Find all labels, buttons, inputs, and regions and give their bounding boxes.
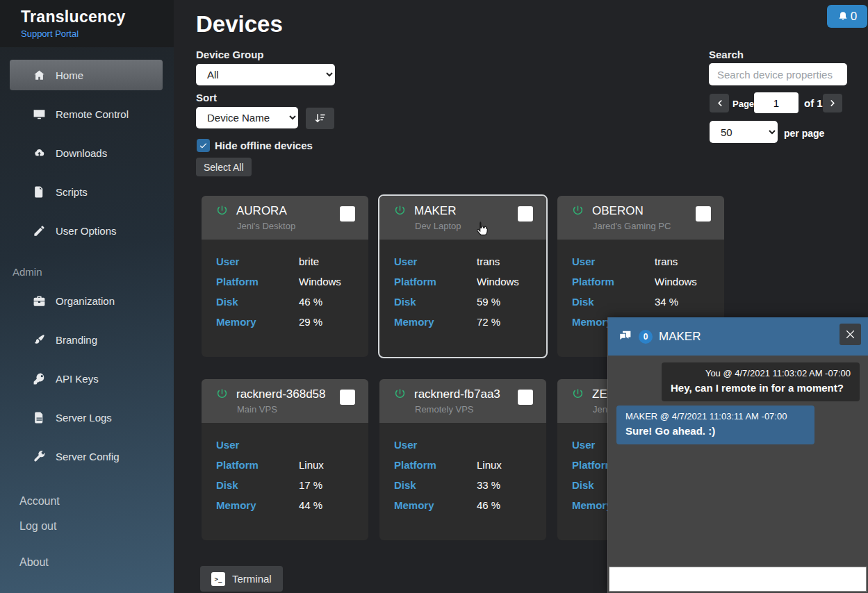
chat-close-button[interactable] — [840, 324, 861, 345]
support-portal-link[interactable]: Support Portal — [21, 28, 79, 39]
field-value: 33 % — [477, 479, 500, 499]
nav-item-label: API Keys — [56, 373, 99, 385]
admin-section-label: Admin — [13, 266, 42, 278]
field-label: Memory — [394, 316, 477, 336]
nav-item-label: Organization — [56, 295, 115, 307]
chevron-left-icon — [714, 98, 725, 108]
terminal-button[interactable]: >_ Terminal — [200, 566, 283, 592]
device-select-checkbox[interactable] — [518, 390, 533, 405]
terminal-button-label: Terminal — [232, 573, 272, 585]
notifications-button[interactable]: 0 — [827, 5, 867, 28]
sidebar-link-log-out[interactable]: Log out — [19, 519, 60, 533]
field-label: User — [572, 256, 655, 276]
chat-message-text: Hey, can I remote in for a moment? — [671, 381, 851, 395]
search-label: Search — [709, 49, 744, 60]
next-page-button[interactable] — [823, 94, 842, 112]
device-select-checkbox[interactable] — [340, 390, 355, 405]
sidebar-item-server-logs[interactable]: Server Logs — [10, 402, 163, 433]
device-name: AURORA — [236, 204, 287, 218]
field-label: Platform — [216, 276, 299, 296]
field-label: Disk — [394, 296, 477, 316]
device-card-body: Userbrite PlatformWindows Disk46 % Memor… — [202, 240, 368, 336]
download-icon — [31, 147, 47, 160]
sidebar-link-account[interactable]: Account — [19, 494, 60, 508]
nav-item-label: Home — [56, 69, 83, 81]
select-all-button[interactable]: Select All — [196, 158, 252, 176]
device-name: MAKER — [414, 204, 456, 218]
device-group-select[interactable]: All — [196, 64, 335, 85]
sort-amount-icon — [314, 112, 326, 124]
sidebar-item-api-keys[interactable]: API Keys — [10, 363, 163, 394]
device-name: OBERON — [592, 204, 644, 218]
page-number-input[interactable] — [754, 92, 799, 113]
nav-item-label: Scripts — [56, 186, 88, 198]
brush-icon — [31, 333, 47, 346]
field-label: User — [394, 256, 477, 276]
sidebar-item-home[interactable]: Home — [10, 60, 163, 90]
field-value: 46 % — [477, 499, 500, 519]
prev-page-button[interactable] — [710, 94, 729, 112]
sort-select[interactable]: Device Name — [196, 107, 298, 128]
device-select-checkbox[interactable] — [340, 206, 355, 222]
field-value: Windows — [477, 276, 519, 296]
field-label: Disk — [572, 296, 655, 316]
briefcase-icon — [31, 294, 47, 308]
key-icon — [31, 372, 47, 385]
device-card-header: racknerd-fb7aa3 Remotely VPS — [379, 379, 546, 423]
nav-item-label: Server Logs — [56, 412, 112, 424]
field-label: Platform — [216, 459, 299, 479]
pencil-icon — [31, 224, 47, 237]
sidebar-link-about[interactable]: About — [19, 556, 60, 569]
device-card-body: User PlatformLinux Disk17 % Memory44 % — [202, 423, 368, 519]
sidebar-item-server-config[interactable]: Server Config — [10, 441, 163, 471]
sidebar-item-scripts[interactable]: Scripts — [10, 176, 163, 207]
device-card-racknerd-fb7aa3[interactable]: racknerd-fb7aa3 Remotely VPS User Platfo… — [379, 379, 546, 540]
device-card-header: OBERON Jared's Gaming PC — [557, 196, 724, 240]
page-total-label: of 1 — [804, 97, 823, 109]
sidebar-item-organization[interactable]: Organization — [10, 285, 163, 316]
device-select-checkbox[interactable] — [518, 206, 533, 222]
hide-offline-label: Hide offline devices — [215, 140, 313, 151]
field-value: brite — [299, 256, 319, 276]
home-icon — [31, 69, 47, 82]
sidebar-item-downloads[interactable]: Downloads — [10, 137, 163, 168]
device-card-aurora[interactable]: AURORA Jeni's Desktop Userbrite Platform… — [202, 196, 368, 357]
field-value: 46 % — [299, 296, 322, 316]
device-subtitle: Jared's Gaming PC — [593, 221, 671, 231]
device-group-label: Device Group — [196, 49, 264, 60]
field-label: Platform — [394, 276, 477, 296]
bell-icon — [837, 11, 849, 22]
sidebar-item-branding[interactable]: Branding — [10, 324, 163, 355]
power-icon — [572, 388, 584, 403]
device-subtitle: Dev Laptop — [415, 221, 461, 231]
device-card-maker[interactable]: MAKER Dev Laptop Usertrans PlatformWindo… — [379, 196, 546, 357]
field-label: Platform — [572, 276, 655, 296]
sidebar: Translucency Support Portal Home Remote … — [0, 0, 174, 593]
field-value: Linux — [299, 459, 324, 479]
field-label: Memory — [216, 499, 299, 519]
field-value: 59 % — [477, 296, 500, 316]
search-input[interactable] — [709, 63, 847, 85]
field-label: Disk — [394, 479, 477, 499]
per-page-label: per page — [784, 128, 824, 139]
per-page-select[interactable]: 50 — [710, 121, 778, 143]
terminal-icon: >_ — [211, 572, 225, 586]
field-value: 34 % — [655, 296, 678, 316]
field-label: User — [394, 439, 477, 459]
power-icon — [216, 388, 228, 403]
sidebar-item-user-options[interactable]: User Options — [10, 215, 163, 246]
power-icon — [572, 205, 584, 219]
device-select-checkbox[interactable] — [696, 206, 711, 222]
monitor-icon — [31, 108, 47, 121]
nav-item-label: User Options — [56, 225, 117, 237]
chat-message-input[interactable] — [609, 567, 867, 592]
nav-item-label: Server Config — [56, 451, 120, 462]
sort-direction-button[interactable] — [306, 108, 334, 129]
hide-offline-checkbox[interactable] — [197, 139, 210, 152]
sidebar-item-remote-control[interactable]: Remote Control — [10, 99, 163, 129]
device-card-racknerd-368d58[interactable]: racknerd-368d58 Main VPS User PlatformLi… — [202, 379, 368, 540]
chat-message: You @ 4/7/2021 11:03:02 AM -07:00 Hey, c… — [662, 362, 860, 401]
chat-message-text: Sure! Go ahead. :) — [625, 424, 805, 438]
nav-item-label: Remote Control — [56, 108, 129, 120]
page-label: Page — [732, 99, 754, 109]
